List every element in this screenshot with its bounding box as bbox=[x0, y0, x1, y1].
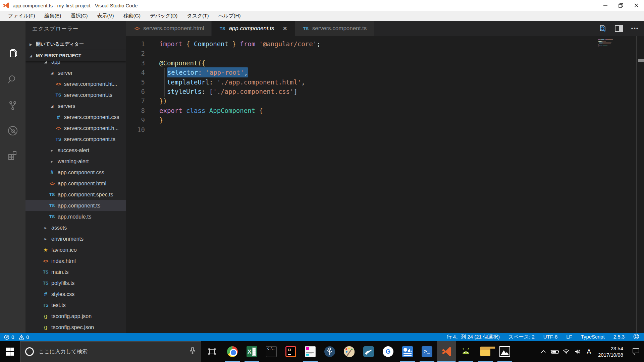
tab-servers.component.html[interactable]: <>servers.component.html bbox=[126, 21, 212, 36]
code-line-5[interactable]: 5 templateUrl: './app.component.html', bbox=[126, 77, 644, 87]
menu-item-4[interactable]: 移動(G) bbox=[118, 11, 145, 21]
explorer-icon[interactable] bbox=[0, 45, 25, 64]
code-editor[interactable]: 1import { Component } from '@angular/cor… bbox=[126, 36, 644, 333]
taskbar-cmd[interactable]: C:\_ bbox=[262, 341, 281, 362]
taskbar-dashboard[interactable] bbox=[398, 341, 417, 362]
code-line-1[interactable]: 1import { Component } from '@angular/cor… bbox=[126, 39, 644, 49]
code-line-2[interactable]: 2 bbox=[126, 49, 644, 58]
source-control-icon[interactable] bbox=[0, 96, 25, 115]
tree-item-main.ts[interactable]: TSmain.ts bbox=[25, 266, 126, 278]
status-item-4[interactable]: TypeScript bbox=[581, 334, 605, 340]
ime-indicator[interactable]: A bbox=[583, 341, 595, 362]
tree-item-app.component.spec.ts[interactable]: TSapp.component.spec.ts bbox=[25, 189, 126, 200]
taskbar-sourcetree[interactable] bbox=[320, 341, 339, 362]
code-line-7[interactable]: 7}) bbox=[126, 96, 644, 106]
action-center-icon[interactable] bbox=[628, 341, 644, 362]
status-item-3[interactable]: LF bbox=[566, 334, 572, 340]
menu-item-2[interactable]: 選択(C) bbox=[66, 11, 93, 21]
tree-item-index.html[interactable]: <>index.html bbox=[25, 255, 126, 266]
minimap[interactable] bbox=[598, 39, 638, 79]
menu-item-1[interactable]: 編集(E) bbox=[40, 11, 66, 21]
close-button[interactable] bbox=[629, 0, 644, 11]
token-deco: @Component bbox=[159, 59, 198, 67]
tree-item-server.component.ht...[interactable]: <>server.component.ht... bbox=[25, 78, 126, 89]
menu-item-3[interactable]: 表示(V) bbox=[92, 11, 118, 21]
taskbar-intellij[interactable]: IJ bbox=[281, 341, 301, 362]
tree-item-warning-alert[interactable]: ▶warning-alert bbox=[25, 156, 126, 167]
tree-item-styles.css[interactable]: #styles.css bbox=[25, 289, 126, 300]
volume-icon[interactable] bbox=[572, 341, 583, 362]
taskbar-clock[interactable]: 23:54 2017/10/08 bbox=[595, 345, 628, 358]
code-line-3[interactable]: 3@Component({ bbox=[126, 58, 644, 68]
debug-icon[interactable] bbox=[0, 121, 25, 140]
tree-item-polyfills.ts[interactable]: TSpolyfills.ts bbox=[25, 278, 126, 289]
project-section[interactable]: ◢ MY-FIRST-PROJECT bbox=[25, 50, 126, 61]
taskbar-chrome[interactable] bbox=[223, 341, 242, 362]
html-file-icon: <> bbox=[55, 126, 62, 131]
taskbar-g-app[interactable]: G bbox=[378, 341, 398, 362]
status-item-2[interactable]: UTF-8 bbox=[543, 334, 558, 340]
open-editors-section[interactable]: ▶ 開いているエディター bbox=[25, 39, 126, 50]
restore-button[interactable] bbox=[613, 0, 629, 11]
tree-item-assets[interactable]: ▶assets bbox=[25, 222, 126, 233]
code-line-8[interactable]: 8export class AppComponent { bbox=[126, 106, 644, 116]
line-number: 9 bbox=[126, 115, 145, 125]
code-line-6[interactable]: 6 styleUrls: ['./app.component.css'] bbox=[126, 87, 644, 97]
taskbar-mysql[interactable] bbox=[359, 341, 378, 362]
taskbar-photos[interactable] bbox=[495, 341, 515, 362]
taskbar-powershell[interactable]: >_ bbox=[417, 341, 437, 362]
code-line-4[interactable]: 4 selector: 'app-root', bbox=[126, 68, 644, 77]
taskbar-search-box[interactable]: ここに入力して検索 bbox=[20, 341, 201, 362]
menu-item-6[interactable]: タスク(T) bbox=[182, 11, 213, 21]
minimize-button[interactable] bbox=[598, 0, 613, 11]
taskbar-android-studio[interactable] bbox=[456, 341, 476, 362]
menu-item-5[interactable]: デバッグ(D) bbox=[145, 11, 182, 21]
taskbar-paint[interactable] bbox=[339, 341, 359, 362]
status-item-0[interactable]: 行 4、列 24 (21 個選択) bbox=[447, 334, 500, 340]
tree-item-app.module.ts[interactable]: TSapp.module.ts bbox=[25, 211, 126, 222]
taskbar-file-explorer[interactable] bbox=[476, 341, 495, 362]
token-pl bbox=[190, 40, 194, 48]
status-item-5[interactable]: 2.5.3 bbox=[613, 334, 625, 340]
tray-chevron-up-icon[interactable] bbox=[538, 341, 549, 362]
tree-item-favicon.ico[interactable]: ★favicon.ico bbox=[25, 244, 126, 255]
tab-close-icon[interactable]: ✕ bbox=[283, 25, 287, 32]
taskbar-vscode[interactable] bbox=[437, 341, 456, 362]
tree-item-servers[interactable]: ◢servers bbox=[25, 101, 126, 112]
tree-item-server.component.ts[interactable]: TSserver.component.ts bbox=[25, 89, 126, 101]
tree-item-success-alert[interactable]: ▶success-alert bbox=[25, 145, 126, 156]
taskbar-excel[interactable]: X bbox=[242, 341, 262, 362]
extensions-icon[interactable] bbox=[0, 146, 25, 165]
code-line-10[interactable]: 10 bbox=[126, 125, 644, 135]
tree-item-app.component.ts[interactable]: TSapp.component.ts bbox=[25, 200, 126, 211]
code-line-9[interactable]: 9} bbox=[126, 115, 644, 125]
open-changes-icon[interactable] bbox=[598, 24, 607, 33]
tree-item-test.ts[interactable]: TStest.ts bbox=[25, 300, 126, 311]
tree-item-app.component.html[interactable]: <>app.component.html bbox=[25, 178, 126, 189]
tab-servers.component.ts[interactable]: TSservers.component.ts bbox=[295, 21, 375, 36]
split-editor-icon[interactable] bbox=[614, 24, 623, 33]
warnings-status[interactable]: 0 bbox=[19, 334, 29, 340]
search-icon[interactable] bbox=[0, 70, 25, 89]
errors-status[interactable]: 0 bbox=[4, 334, 14, 340]
start-button[interactable] bbox=[0, 341, 20, 362]
tree-item-tsconfig.spec.json[interactable]: {}tsconfig.spec.json bbox=[25, 322, 126, 333]
tree-item-servers.component.css[interactable]: #servers.component.css bbox=[25, 112, 126, 123]
menu-item-7[interactable]: ヘルプ(H) bbox=[214, 11, 246, 21]
microphone-icon[interactable] bbox=[190, 347, 196, 356]
more-actions-icon[interactable]: ••• bbox=[631, 24, 639, 33]
tree-item-servers.component.ts[interactable]: TSservers.component.ts bbox=[25, 134, 126, 145]
feedback-smiley-icon[interactable] bbox=[633, 334, 639, 341]
tab-app.component.ts[interactable]: TSapp.component.ts✕ bbox=[212, 21, 295, 36]
battery-icon[interactable] bbox=[549, 341, 560, 362]
tree-item-tsconfig.app.json[interactable]: {}tsconfig.app.json bbox=[25, 311, 126, 322]
wifi-icon[interactable] bbox=[560, 341, 572, 362]
status-item-1[interactable]: スペース: 2 bbox=[508, 334, 535, 340]
taskbar-notes[interactable] bbox=[301, 341, 320, 362]
tree-item-environments[interactable]: ▶environments bbox=[25, 233, 126, 244]
menu-item-0[interactable]: ファイル(F) bbox=[3, 11, 40, 21]
tree-item-servers.component.h...[interactable]: <>servers.component.h... bbox=[25, 123, 126, 134]
tree-item-app.component.css[interactable]: #app.component.css bbox=[25, 167, 126, 178]
tree-item-server[interactable]: ◢server bbox=[25, 67, 126, 78]
task-view-icon[interactable] bbox=[203, 341, 221, 362]
